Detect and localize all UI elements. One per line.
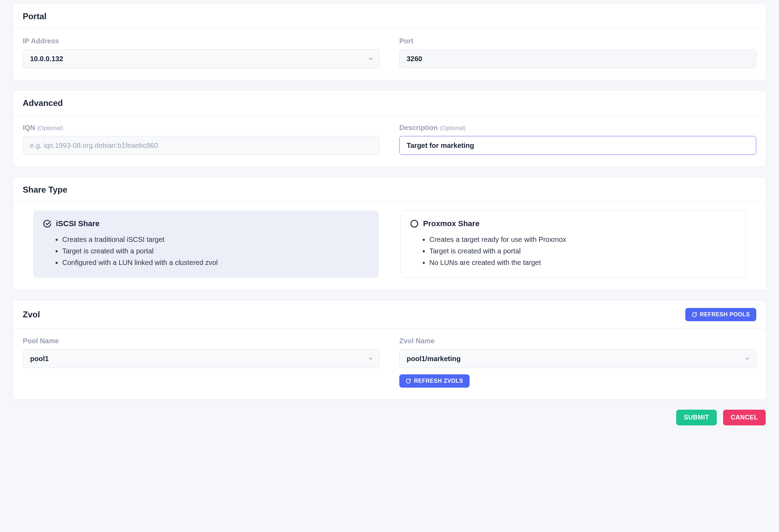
svg-point-0 xyxy=(411,220,418,227)
iqn-label-text: IQN xyxy=(23,124,35,131)
iqn-optional: (Optional) xyxy=(37,125,63,131)
zvol-name-label: Zvol Name xyxy=(399,337,756,345)
advanced-header: Advanced xyxy=(13,91,766,115)
list-item: Configured with a LUN linked with a clus… xyxy=(62,257,369,268)
zvol-header: Zvol REFRESH POOLS xyxy=(13,300,766,329)
description-optional: (Optional) xyxy=(440,125,466,131)
port-input[interactable] xyxy=(399,49,756,68)
advanced-section: Advanced IQN (Optional) Description (Opt… xyxy=(13,90,766,167)
share-option-proxmox-label: Proxmox Share xyxy=(423,219,479,228)
list-item: Target is created with a portal xyxy=(62,245,369,257)
portal-title: Portal xyxy=(23,12,756,21)
zvol-section: Zvol REFRESH POOLS Pool Name xyxy=(13,300,766,400)
sharetype-title: Share Type xyxy=(23,185,756,195)
advanced-title: Advanced xyxy=(23,98,756,108)
refresh-icon xyxy=(406,378,411,384)
refresh-zvols-label: REFRESH ZVOLS xyxy=(414,378,463,384)
list-item: No LUNs are created with the target xyxy=(429,257,736,268)
refresh-pools-button[interactable]: REFRESH POOLS xyxy=(685,308,756,321)
ip-address-label: IP Address xyxy=(23,37,380,45)
cancel-button[interactable]: CANCEL xyxy=(723,410,766,425)
share-option-iscsi-label: iSCSI Share xyxy=(56,219,100,228)
iqn-label: IQN (Optional) xyxy=(23,124,380,132)
pool-name-select[interactable] xyxy=(23,349,380,368)
submit-button[interactable]: SUBMIT xyxy=(676,410,717,425)
zvol-name-select[interactable] xyxy=(399,349,756,368)
pool-name-label: Pool Name xyxy=(23,337,380,345)
radio-unchecked-icon xyxy=(410,219,419,228)
portal-section: Portal IP Address Port xyxy=(13,3,766,80)
refresh-pools-label: REFRESH POOLS xyxy=(700,311,750,318)
zvol-title: Zvol xyxy=(23,310,40,319)
share-option-iscsi[interactable]: iSCSI Share Creates a traditional iSCSI … xyxy=(33,210,379,278)
footer-actions: SUBMIT CANCEL xyxy=(13,410,766,425)
description-label-text: Description xyxy=(399,124,438,131)
iqn-input[interactable] xyxy=(23,136,380,155)
ip-address-select[interactable] xyxy=(23,49,380,68)
sharetype-section: Share Type iSCSI Share Creates a traditi… xyxy=(13,177,766,290)
refresh-icon xyxy=(692,312,697,317)
port-label: Port xyxy=(399,37,756,45)
share-option-proxmox[interactable]: Proxmox Share Creates a target ready for… xyxy=(400,210,746,278)
sharetype-header: Share Type xyxy=(13,177,766,202)
refresh-zvols-button[interactable]: REFRESH ZVOLS xyxy=(399,374,470,388)
description-label: Description (Optional) xyxy=(399,124,756,132)
check-circle-icon xyxy=(43,219,52,228)
list-item: Creates a target ready for use with Prox… xyxy=(429,234,736,245)
list-item: Target is created with a portal xyxy=(429,245,736,257)
description-input[interactable] xyxy=(399,136,756,155)
list-item: Creates a traditional iSCSI target xyxy=(62,234,369,245)
portal-header: Portal xyxy=(13,4,766,29)
